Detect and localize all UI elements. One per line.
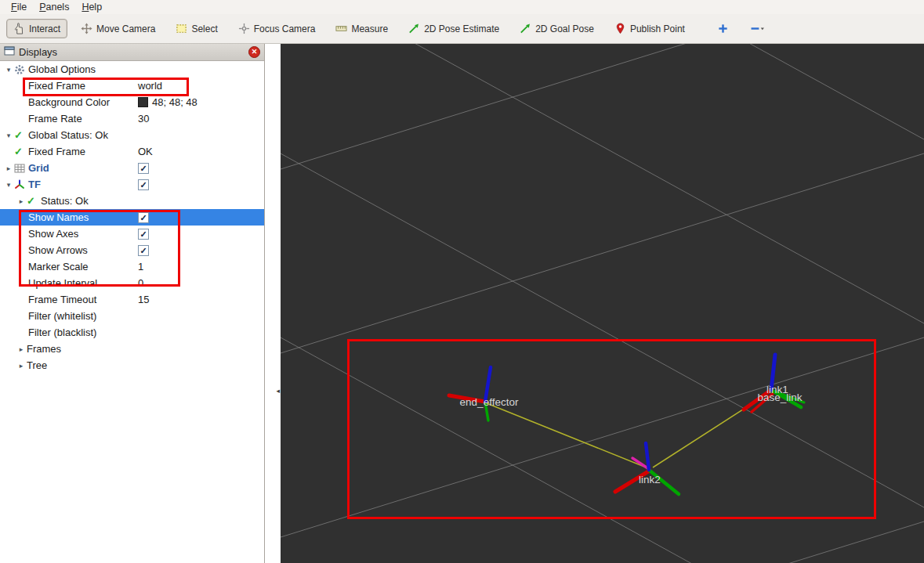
property-name-cell: ✓Fixed Frame — [3, 146, 138, 157]
tool-measure[interactable]: Measure — [328, 19, 395, 38]
property-name-cell: Show Arrows — [3, 244, 138, 256]
property-value-cell: ✓ — [138, 229, 264, 240]
display-row-fixed-frame[interactable]: ✓Fixed FrameOK — [0, 143, 264, 160]
check-icon: ✓ — [14, 146, 28, 157]
property-name: Background Color — [28, 96, 110, 108]
property-name-cell: ▾Global Options — [3, 63, 138, 75]
menu-file[interactable]: File — [5, 1, 33, 13]
property-name: Show Arrows — [28, 244, 88, 256]
expand-down-icon[interactable]: ▾ — [3, 66, 14, 74]
display-row-tree[interactable]: ▸Tree — [0, 357, 264, 374]
map-pin-icon — [614, 23, 626, 34]
panel-window-icon — [4, 45, 15, 59]
gear-icon — [14, 64, 28, 75]
display-row-global-status-ok[interactable]: ▾✓Global Status: Ok — [0, 127, 264, 143]
display-row-marker-scale[interactable]: Marker Scale1 — [0, 258, 264, 275]
display-row-background-color[interactable]: Background Color48; 48; 48 — [0, 94, 264, 110]
property-name: Show Names — [28, 211, 89, 223]
property-value-cell: OK — [138, 146, 264, 157]
checkbox[interactable]: ✓ — [138, 212, 149, 223]
property-name: Frame Timeout — [28, 294, 96, 305]
tool-select[interactable]: Select — [168, 19, 224, 38]
expand-down-icon[interactable]: ▾ — [3, 181, 14, 189]
checkbox[interactable]: ✓ — [138, 179, 149, 190]
display-row-show-names[interactable]: Show Names✓ — [0, 209, 264, 226]
render-viewport[interactable]: end_effector link2 link1 base_link — [281, 44, 924, 563]
tool-focus-camera[interactable]: Focus Camera — [231, 19, 323, 38]
display-row-tf[interactable]: ▾TF✓ — [0, 176, 264, 193]
display-row-fixed-frame[interactable]: Fixed Frameworld — [0, 78, 264, 94]
tool-remove-tool[interactable] — [745, 19, 770, 38]
property-name: Grid — [28, 162, 49, 174]
checkbox[interactable]: ✓ — [138, 163, 149, 174]
tf-frame-link2 — [615, 443, 679, 494]
expand-right-icon[interactable]: ▸ — [16, 345, 27, 353]
display-row-status-ok[interactable]: ▸✓Status: Ok — [0, 193, 264, 209]
displays-panel-titlebar[interactable]: Displays ✕ — [0, 44, 264, 61]
menu-help[interactable]: Help — [75, 1, 108, 13]
expand-right-icon[interactable]: ▸ — [16, 197, 27, 205]
property-value[interactable]: world — [138, 80, 162, 92]
property-value[interactable]: 0 — [138, 277, 143, 289]
property-value[interactable]: 48; 48; 48 — [152, 96, 197, 108]
display-row-frame-rate[interactable]: Frame Rate30 — [0, 110, 264, 127]
checkbox[interactable]: ✓ — [138, 229, 149, 240]
display-row-show-axes[interactable]: Show Axes✓ — [0, 226, 264, 242]
property-name: Filter (blacklist) — [28, 327, 96, 338]
property-value-cell: 30 — [138, 113, 264, 125]
tool-2d-goal-pose[interactable]: 2D Goal Pose — [513, 19, 601, 38]
property-name: Status: Ok — [41, 195, 89, 207]
property-value[interactable]: 1 — [138, 261, 143, 272]
menu-panels[interactable]: Panels — [33, 1, 75, 13]
ruler-icon — [335, 23, 347, 34]
frame-label-link2: link2 — [639, 474, 661, 485]
property-name: Global Options — [28, 63, 96, 75]
tf-arrows — [487, 392, 770, 468]
tool-interact[interactable]: Interact — [6, 19, 67, 38]
tool-2d-pose-estimate[interactable]: 2D Pose Estimate — [401, 19, 506, 38]
tool-publish-point[interactable]: Publish Point — [607, 19, 692, 38]
viewport-canvas[interactable]: end_effector link2 link1 base_link — [281, 44, 924, 563]
tool-label: Move Camera — [96, 23, 155, 34]
tool-label: 2D Pose Estimate — [424, 23, 499, 34]
property-value-cell: ✓ — [138, 245, 264, 256]
property-name: Fixed Frame — [28, 80, 85, 92]
property-value[interactable]: 30 — [138, 113, 149, 125]
display-row-update-interval[interactable]: Update Interval0 — [0, 275, 264, 291]
toolbar: InteractMove CameraSelectFocus CameraMea… — [0, 14, 924, 44]
tool-label: Publish Point — [630, 23, 685, 34]
expand-right-icon[interactable]: ▸ — [16, 362, 27, 370]
property-name-cell: Frame Timeout — [3, 294, 138, 305]
color-swatch — [138, 97, 148, 107]
toolbar-tools: InteractMove CameraSelectFocus CameraMea… — [6, 19, 770, 38]
property-name-cell: Filter (whitelist) — [3, 310, 138, 322]
display-row-frame-timeout[interactable]: Frame Timeout15 — [0, 291, 264, 308]
display-row-show-arrows[interactable]: Show Arrows✓ — [0, 242, 264, 258]
panel-splitter[interactable]: ◂ — [265, 44, 281, 563]
property-value[interactable]: OK — [138, 146, 153, 157]
display-row-global-options[interactable]: ▾Global Options — [0, 61, 264, 78]
property-name-cell: Fixed Frame — [3, 80, 138, 92]
property-name-cell: ▸Grid — [3, 162, 138, 174]
display-row-grid[interactable]: ▸Grid✓ — [0, 160, 264, 176]
expand-down-icon[interactable]: ▾ — [3, 132, 14, 139]
display-row-filter-whitelist[interactable]: Filter (whitelist) — [0, 308, 264, 324]
expand-right-icon[interactable]: ▸ — [3, 164, 14, 172]
collapse-panel-icon[interactable]: ◂ — [276, 387, 280, 395]
display-row-frames[interactable]: ▸Frames — [0, 341, 264, 357]
tool-move-camera[interactable]: Move Camera — [74, 19, 162, 38]
close-icon[interactable]: ✕ — [248, 46, 260, 58]
display-row-filter-blacklist[interactable]: Filter (blacklist) — [0, 324, 264, 341]
displays-panel: Displays ✕ ▾Global OptionsFixed Framewor… — [0, 44, 265, 563]
property-value-cell: 0 — [138, 277, 264, 289]
menu-bar: File Panels Help — [0, 0, 924, 14]
tool-add-tool[interactable] — [712, 19, 734, 38]
property-name-cell: ▸Frames — [16, 343, 138, 355]
checkbox[interactable]: ✓ — [138, 245, 149, 256]
property-value-cell: 15 — [138, 294, 264, 305]
property-name: Update Interval — [28, 277, 97, 289]
property-value[interactable]: 15 — [138, 294, 149, 305]
property-name-cell: Filter (blacklist) — [3, 327, 138, 338]
grid-icon — [14, 163, 28, 174]
selection-box-icon — [176, 23, 187, 34]
